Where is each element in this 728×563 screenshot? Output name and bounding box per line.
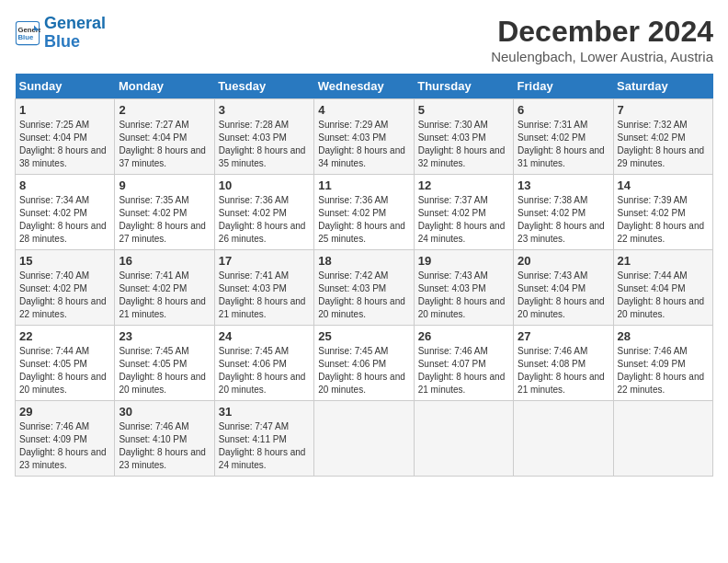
calendar-cell: 27 Sunrise: 7:46 AMSunset: 4:08 PMDaylig…	[514, 326, 613, 401]
day-number: 16	[119, 254, 210, 268]
calendar-cell: 28 Sunrise: 7:46 AMSunset: 4:09 PMDaylig…	[613, 326, 712, 401]
header-day-wednesday: Wednesday	[314, 74, 414, 99]
day-number: 2	[119, 103, 210, 117]
header-day-thursday: Thursday	[414, 74, 513, 99]
calendar-cell: 7 Sunrise: 7:32 AMSunset: 4:02 PMDayligh…	[613, 99, 712, 175]
day-number: 27	[518, 329, 609, 343]
calendar-week-row: 15 Sunrise: 7:40 AMSunset: 4:02 PMDaylig…	[16, 250, 713, 326]
calendar-cell: 10 Sunrise: 7:36 AMSunset: 4:02 PMDaylig…	[214, 175, 313, 250]
logo-icon: General Blue	[15, 20, 40, 46]
day-info: Sunrise: 7:25 AMSunset: 4:04 PMDaylight:…	[19, 120, 107, 168]
header-day-saturday: Saturday	[613, 74, 712, 99]
calendar-cell: 15 Sunrise: 7:40 AMSunset: 4:02 PMDaylig…	[16, 250, 115, 326]
calendar-cell: 30 Sunrise: 7:46 AMSunset: 4:10 PMDaylig…	[115, 401, 214, 477]
day-info: Sunrise: 7:46 AMSunset: 4:07 PMDaylight:…	[418, 346, 506, 395]
calendar-cell: 25 Sunrise: 7:45 AMSunset: 4:06 PMDaylig…	[314, 326, 414, 401]
day-info: Sunrise: 7:32 AMSunset: 4:02 PMDaylight:…	[618, 120, 705, 168]
day-info: Sunrise: 7:41 AMSunset: 4:03 PMDaylight:…	[219, 270, 306, 319]
calendar-week-row: 29 Sunrise: 7:46 AMSunset: 4:09 PMDaylig…	[16, 401, 713, 477]
day-info: Sunrise: 7:27 AMSunset: 4:04 PMDaylight:…	[119, 120, 206, 168]
day-info: Sunrise: 7:39 AMSunset: 4:02 PMDaylight:…	[618, 195, 705, 244]
day-number: 28	[618, 329, 709, 343]
svg-text:Blue: Blue	[18, 33, 34, 41]
calendar-cell: 9 Sunrise: 7:35 AMSunset: 4:02 PMDayligh…	[115, 175, 214, 250]
calendar-cell: 26 Sunrise: 7:46 AMSunset: 4:07 PMDaylig…	[414, 326, 513, 401]
header-day-monday: Monday	[115, 74, 214, 99]
day-number: 7	[618, 103, 709, 117]
location-subtitle: Neulengbach, Lower Austria, Austria	[491, 49, 713, 64]
header-day-sunday: Sunday	[16, 74, 115, 99]
calendar-cell: 8 Sunrise: 7:34 AMSunset: 4:02 PMDayligh…	[16, 175, 115, 250]
day-info: Sunrise: 7:30 AMSunset: 4:03 PMDaylight:…	[418, 120, 506, 168]
day-info: Sunrise: 7:42 AMSunset: 4:03 PMDaylight:…	[318, 270, 405, 319]
calendar-cell: 14 Sunrise: 7:39 AMSunset: 4:02 PMDaylig…	[613, 175, 712, 250]
day-number: 6	[518, 103, 609, 117]
day-number: 13	[518, 178, 609, 192]
calendar-cell: 29 Sunrise: 7:46 AMSunset: 4:09 PMDaylig…	[16, 401, 115, 477]
calendar-cell: 20 Sunrise: 7:43 AMSunset: 4:04 PMDaylig…	[514, 250, 613, 326]
logo-blue: Blue	[44, 32, 80, 51]
day-number: 8	[19, 178, 110, 192]
calendar-cell: 24 Sunrise: 7:45 AMSunset: 4:06 PMDaylig…	[214, 326, 313, 401]
day-number: 21	[618, 254, 709, 268]
day-info: Sunrise: 7:44 AMSunset: 4:04 PMDaylight:…	[618, 270, 705, 319]
calendar-cell: 1 Sunrise: 7:25 AMSunset: 4:04 PMDayligh…	[16, 99, 115, 175]
calendar-cell: 4 Sunrise: 7:29 AMSunset: 4:03 PMDayligh…	[314, 99, 414, 175]
logo: General Blue General Blue	[15, 15, 106, 52]
day-info: Sunrise: 7:35 AMSunset: 4:02 PMDaylight:…	[119, 195, 206, 244]
header-day-friday: Friday	[514, 74, 613, 99]
calendar-week-row: 8 Sunrise: 7:34 AMSunset: 4:02 PMDayligh…	[16, 175, 713, 250]
calendar-cell: 31 Sunrise: 7:47 AMSunset: 4:11 PMDaylig…	[214, 401, 313, 477]
title-area: December 2024 Neulengbach, Lower Austria…	[491, 15, 713, 64]
calendar-body: 1 Sunrise: 7:25 AMSunset: 4:04 PMDayligh…	[16, 99, 713, 477]
logo-text: General Blue	[44, 15, 106, 52]
day-info: Sunrise: 7:28 AMSunset: 4:03 PMDaylight:…	[219, 120, 306, 168]
day-info: Sunrise: 7:45 AMSunset: 4:06 PMDaylight:…	[318, 346, 405, 395]
day-info: Sunrise: 7:36 AMSunset: 4:02 PMDaylight:…	[318, 195, 405, 244]
calendar-cell: 23 Sunrise: 7:45 AMSunset: 4:05 PMDaylig…	[115, 326, 214, 401]
day-number: 1	[19, 103, 110, 117]
day-number: 9	[119, 178, 210, 192]
day-number: 4	[318, 103, 409, 117]
calendar-cell: 3 Sunrise: 7:28 AMSunset: 4:03 PMDayligh…	[214, 99, 313, 175]
day-number: 14	[618, 178, 709, 192]
day-number: 24	[219, 329, 310, 343]
calendar-cell	[514, 401, 613, 477]
day-number: 19	[418, 254, 509, 268]
day-info: Sunrise: 7:44 AMSunset: 4:05 PMDaylight:…	[19, 346, 107, 395]
day-number: 12	[418, 178, 509, 192]
calendar-cell: 17 Sunrise: 7:41 AMSunset: 4:03 PMDaylig…	[214, 250, 313, 326]
day-number: 26	[418, 329, 509, 343]
day-info: Sunrise: 7:38 AMSunset: 4:02 PMDaylight:…	[518, 195, 605, 244]
header: General Blue General Blue December 2024 …	[15, 15, 713, 64]
calendar-header-row: SundayMondayTuesdayWednesdayThursdayFrid…	[16, 74, 713, 99]
day-number: 17	[219, 254, 310, 268]
day-number: 5	[418, 103, 509, 117]
day-number: 11	[318, 178, 409, 192]
day-info: Sunrise: 7:46 AMSunset: 4:09 PMDaylight:…	[618, 346, 705, 395]
month-title: December 2024	[491, 15, 713, 49]
day-info: Sunrise: 7:29 AMSunset: 4:03 PMDaylight:…	[318, 120, 405, 168]
day-number: 23	[119, 329, 210, 343]
day-number: 20	[518, 254, 609, 268]
day-number: 18	[318, 254, 409, 268]
day-number: 31	[219, 405, 310, 419]
logo-general: General	[44, 14, 106, 32]
day-info: Sunrise: 7:47 AMSunset: 4:11 PMDaylight:…	[219, 421, 306, 470]
day-number: 29	[19, 405, 110, 419]
day-number: 15	[19, 254, 110, 268]
calendar-cell: 6 Sunrise: 7:31 AMSunset: 4:02 PMDayligh…	[514, 99, 613, 175]
day-number: 30	[119, 405, 210, 419]
calendar-week-row: 1 Sunrise: 7:25 AMSunset: 4:04 PMDayligh…	[16, 99, 713, 175]
day-info: Sunrise: 7:34 AMSunset: 4:02 PMDaylight:…	[19, 195, 107, 244]
day-number: 25	[318, 329, 409, 343]
calendar-week-row: 22 Sunrise: 7:44 AMSunset: 4:05 PMDaylig…	[16, 326, 713, 401]
day-info: Sunrise: 7:41 AMSunset: 4:02 PMDaylight:…	[119, 270, 206, 319]
day-number: 10	[219, 178, 310, 192]
calendar-cell: 19 Sunrise: 7:43 AMSunset: 4:03 PMDaylig…	[414, 250, 513, 326]
calendar-cell	[613, 401, 712, 477]
calendar-cell: 22 Sunrise: 7:44 AMSunset: 4:05 PMDaylig…	[16, 326, 115, 401]
day-info: Sunrise: 7:37 AMSunset: 4:02 PMDaylight:…	[418, 195, 506, 244]
calendar-cell: 13 Sunrise: 7:38 AMSunset: 4:02 PMDaylig…	[514, 175, 613, 250]
day-info: Sunrise: 7:40 AMSunset: 4:02 PMDaylight:…	[19, 270, 107, 319]
